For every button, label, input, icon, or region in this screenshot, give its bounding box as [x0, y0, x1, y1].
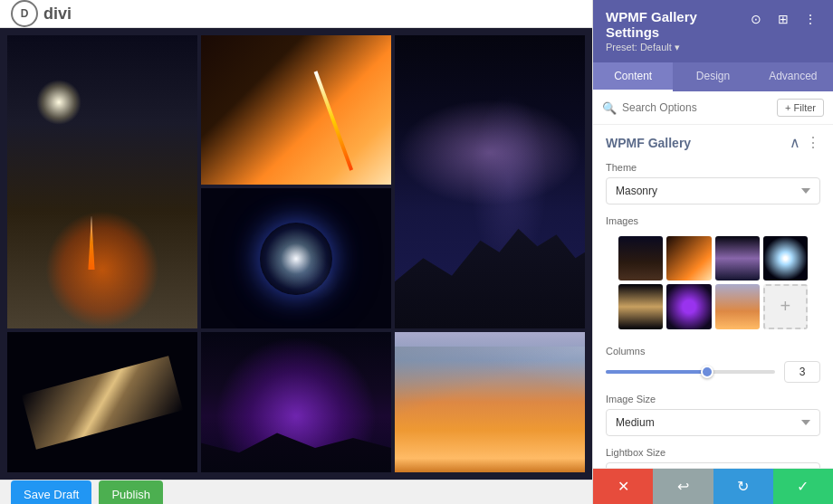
bottom-toolbar: Save Draft Publish	[0, 480, 592, 504]
confirm-button[interactable]: ✓	[773, 469, 833, 504]
more-icon-btn[interactable]: ⋮	[800, 9, 820, 29]
panel-action-bar: ✕ ↩ ↻ ✓	[593, 468, 833, 504]
image-size-select[interactable]: Thumbnail Medium Large Full	[606, 409, 820, 436]
image-thumb-4[interactable]	[763, 236, 808, 281]
gallery-item-galaxy-diagonal[interactable]	[7, 332, 197, 472]
tab-advanced[interactable]: Advanced	[753, 62, 833, 91]
divi-logo: D divi	[11, 0, 72, 27]
image-thumb-5[interactable]	[618, 284, 663, 328]
lightbox-size-field-group: Lightbox Size Small Medium Large Full	[593, 442, 833, 469]
canvas-area: D divi	[0, 0, 592, 504]
space-launch-image	[7, 35, 197, 328]
filter-button[interactable]: + Filter	[777, 99, 824, 117]
galaxy-diagonal-image	[7, 332, 197, 472]
rocket-trail-image	[201, 35, 391, 185]
tab-design[interactable]: Design	[673, 62, 752, 91]
gallery-item-space-launch[interactable]	[7, 35, 197, 328]
gallery-item-purple-milky[interactable]	[201, 332, 391, 472]
columns-field-group: Columns 3	[593, 340, 833, 388]
lightbox-size-label: Lightbox Size	[606, 447, 820, 458]
columns-slider-track[interactable]	[606, 370, 775, 374]
mountain-silhouette	[395, 211, 585, 328]
theme-select[interactable]: Masonry Grid Slider Justified	[606, 177, 820, 204]
add-image-button[interactable]: +	[763, 284, 808, 328]
columns-slider-container: 3	[606, 361, 820, 383]
search-icon: 🔍	[602, 101, 617, 115]
gallery-item-galaxy-spiral[interactable]	[201, 188, 391, 328]
image-thumb-2[interactable]	[666, 236, 711, 281]
columns-slider-fill	[606, 370, 707, 374]
section-header: WPMF Gallery ∧ ⋮	[593, 125, 833, 157]
logo-letter: D	[21, 7, 29, 20]
gallery-item-orange-clouds[interactable]	[395, 332, 585, 472]
redo-button[interactable]: ↻	[713, 469, 773, 504]
image-thumb-7[interactable]	[715, 284, 760, 328]
panel-tabs: Content Design Advanced	[593, 62, 833, 91]
orange-clouds-image	[395, 332, 585, 472]
theme-field-group: Theme Masonry Grid Slider Justified	[593, 157, 833, 210]
image-thumb-3[interactable]	[715, 236, 760, 281]
section-actions: ∧ ⋮	[790, 134, 820, 151]
image-size-label: Image Size	[606, 394, 820, 404]
image-thumb-1[interactable]	[618, 236, 663, 281]
save-draft-button[interactable]: Save Draft	[11, 480, 91, 504]
delete-button[interactable]: ✕	[593, 469, 653, 504]
search-input[interactable]	[622, 101, 771, 114]
publish-button[interactable]: Publish	[99, 480, 163, 504]
image-size-field-group: Image Size Thumbnail Medium Large Full	[593, 388, 833, 442]
top-bar: D divi	[0, 0, 592, 28]
right-panel: WPMF Gallery Settings Preset: Default ▾ …	[592, 0, 833, 504]
image-thumb-6[interactable]	[666, 284, 711, 328]
undo-button[interactable]: ↩	[653, 469, 713, 504]
milky-way-image	[395, 35, 585, 328]
tab-content[interactable]: Content	[593, 62, 673, 91]
panel-content: WPMF Gallery ∧ ⋮ Theme Masonry Grid Slid…	[593, 125, 833, 468]
panel-title: WPMF Gallery Settings	[606, 9, 746, 40]
galaxy-spiral-image	[201, 188, 391, 328]
columns-slider-thumb[interactable]	[701, 366, 713, 378]
panel-search: 🔍 + Filter	[593, 91, 833, 125]
gallery-item-rocket-trail[interactable]	[201, 35, 391, 185]
section-title: WPMF Gallery	[606, 136, 691, 150]
divi-logo-circle: D	[11, 0, 38, 27]
settings-icon-btn[interactable]: ⊙	[746, 9, 766, 29]
images-label: Images	[606, 215, 820, 226]
collapse-button[interactable]: ∧	[790, 134, 800, 151]
gallery-grid	[0, 28, 592, 480]
gallery-item-milky-way[interactable]	[395, 35, 585, 328]
section-more-button[interactable]: ⋮	[806, 134, 820, 151]
purple-milky-image	[201, 332, 391, 472]
moon-glow	[36, 80, 81, 125]
panel-preset[interactable]: Preset: Default ▾	[606, 42, 746, 53]
columns-slider-value[interactable]: 3	[784, 361, 820, 383]
logo-name: divi	[43, 5, 72, 24]
layout-icon-btn[interactable]: ⊞	[773, 9, 793, 29]
panel-icons: ⊙ ⊞ ⋮	[746, 9, 820, 29]
panel-header-info: WPMF Gallery Settings Preset: Default ▾	[606, 9, 746, 53]
images-field-group: Images +	[593, 210, 833, 340]
images-grid: +	[606, 231, 820, 335]
columns-label: Columns	[606, 346, 820, 357]
panel-header: WPMF Gallery Settings Preset: Default ▾ …	[593, 0, 833, 62]
theme-label: Theme	[606, 162, 820, 173]
